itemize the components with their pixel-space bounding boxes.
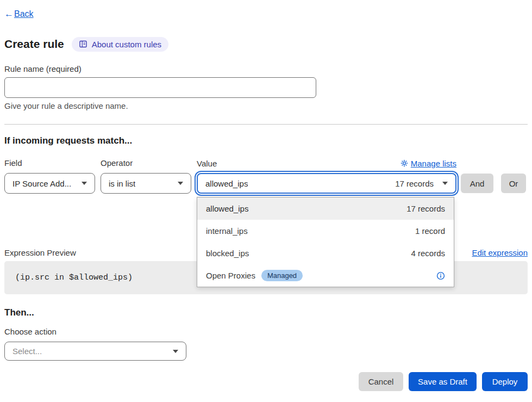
and-button[interactable]: And — [461, 174, 493, 193]
chevron-down-icon — [178, 182, 183, 185]
manage-lists-link[interactable]: Manage lists — [400, 159, 456, 168]
arrow-left-icon: ← — [4, 9, 14, 20]
gear-icon — [400, 159, 408, 167]
chevron-down-icon — [442, 182, 448, 185]
page-header: Create rule About custom rules — [4, 36, 528, 52]
then-section-heading: Then... — [4, 307, 528, 318]
list-option-internal-ips[interactable]: internal_ips 1 record — [197, 220, 454, 242]
managed-badge: Managed — [261, 270, 303, 282]
expression-preview-label: Expression Preview — [4, 248, 76, 257]
create-rule-page: ← Back Create rule About custom rules Ru… — [0, 0, 532, 402]
edit-expression-link[interactable]: Edit expression — [472, 248, 528, 257]
list-dropdown-menu: allowed_ips 17 records internal_ips 1 re… — [197, 197, 454, 287]
operator-select-value: is in list — [109, 179, 135, 188]
field-label: Field — [4, 158, 95, 168]
value-select-name: allowed_ips — [205, 179, 248, 188]
list-option-records: 17 records — [406, 204, 445, 213]
list-option-name: Open Proxies — [206, 271, 255, 280]
match-controls-labels: Field Operator Value Manage lis — [4, 158, 528, 168]
footer-actions: Cancel Save as Draft Deploy — [4, 372, 528, 391]
cancel-button[interactable]: Cancel — [359, 372, 403, 391]
list-option-open-proxies[interactable]: Open Proxies Managed — [197, 264, 454, 287]
or-button[interactable]: Or — [501, 174, 526, 193]
action-select-placeholder: Select... — [12, 347, 42, 356]
field-select-value: IP Source Add... — [12, 179, 71, 188]
match-controls-row: IP Source Add... is in list allowed_ips … — [4, 173, 528, 194]
operator-label: Operator — [101, 158, 191, 168]
field-select[interactable]: IP Source Add... — [4, 173, 95, 194]
rule-name-helper: Give your rule a descriptive name. — [4, 101, 528, 111]
list-option-name: internal_ips — [206, 226, 248, 236]
list-option-blocked-ips[interactable]: blocked_ips 4 records — [197, 242, 454, 264]
deploy-button[interactable]: Deploy — [482, 372, 528, 391]
rule-name-input[interactable] — [4, 77, 316, 98]
operator-select[interactable]: is in list — [101, 173, 191, 194]
page-title: Create rule — [4, 38, 64, 51]
manage-lists-label: Manage lists — [411, 159, 456, 168]
value-select-records: 17 records — [395, 179, 434, 188]
value-label: Value — [197, 159, 217, 168]
book-icon — [79, 40, 87, 48]
list-option-name: blocked_ips — [206, 249, 249, 258]
match-section-heading: If incoming requests match... — [4, 135, 528, 147]
list-option-allowed-ips[interactable]: allowed_ips 17 records — [197, 197, 454, 220]
back-link[interactable]: ← Back — [4, 9, 34, 20]
list-option-records: 1 record — [415, 226, 445, 236]
value-select[interactable]: allowed_ips 17 records allowed_ips 17 re… — [197, 173, 456, 194]
info-icon[interactable] — [436, 271, 445, 280]
list-option-name: allowed_ips — [206, 204, 248, 213]
action-select[interactable]: Select... — [4, 342, 186, 361]
about-custom-rules-label: About custom rules — [92, 40, 161, 49]
rule-name-label: Rule name (required) — [4, 64, 528, 74]
save-as-draft-button[interactable]: Save as Draft — [409, 372, 477, 391]
section-divider — [4, 124, 528, 125]
about-custom-rules-link[interactable]: About custom rules — [72, 37, 168, 52]
chevron-down-icon — [82, 182, 87, 185]
list-option-records: 4 records — [411, 249, 445, 258]
expression-code: (ip.src in $allowed_ips) — [15, 273, 133, 282]
back-link-label: Back — [14, 9, 34, 19]
chevron-down-icon — [173, 350, 178, 353]
choose-action-label: Choose action — [4, 327, 528, 337]
